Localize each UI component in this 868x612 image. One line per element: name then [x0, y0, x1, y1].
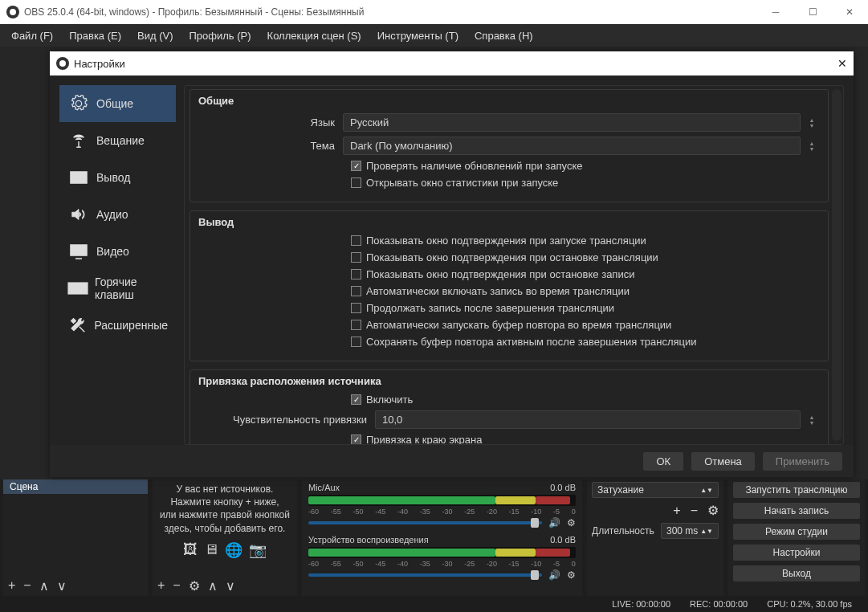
- start-record-button[interactable]: Начать запись: [733, 503, 860, 519]
- remove-scene-button[interactable]: −: [23, 578, 31, 593]
- source-up-button[interactable]: ∧: [208, 578, 218, 594]
- ok-button[interactable]: ОК: [643, 452, 683, 471]
- confirm-start-stream-checkbox[interactable]: [351, 235, 361, 246]
- meter-ticks: -60-55-50-45-40-35-30-25-20-15-10-50: [308, 508, 576, 516]
- meter-ticks: -60-55-50-45-40-35-30-25-20-15-10-50: [308, 560, 576, 568]
- group-general: Общие Язык Русский ▲▼ Тема Dark (По умол…: [189, 89, 829, 202]
- menu-edit[interactable]: Правка (E): [61, 27, 129, 45]
- remove-transition-button[interactable]: −: [691, 504, 698, 518]
- no-sources-message: У вас нет источников. Нажмите кнопку + н…: [153, 479, 297, 538]
- window-titlebar: OBS 25.0.4 (64-bit, windows) - Профиль: …: [0, 0, 868, 24]
- auto-replay-buffer-checkbox[interactable]: [351, 320, 361, 330]
- output-icon: [67, 166, 90, 189]
- obs-logo-icon: [6, 6, 19, 18]
- nav-stream[interactable]: Вещание: [59, 122, 176, 159]
- vu-meter: [308, 547, 576, 558]
- scene-down-button[interactable]: ∨: [57, 578, 67, 594]
- source-settings-button[interactable]: ⚙: [189, 578, 200, 594]
- snap-edge-checkbox[interactable]: [351, 435, 361, 445]
- lang-select[interactable]: Русский: [343, 113, 801, 132]
- track-settings-button[interactable]: ⚙: [567, 569, 576, 581]
- duration-label: Длительность: [592, 525, 656, 537]
- add-source-button[interactable]: +: [157, 578, 165, 593]
- snap-sens-field[interactable]: 10,0: [375, 410, 801, 429]
- tools-icon: [67, 314, 88, 337]
- exit-button[interactable]: Выход: [733, 565, 860, 581]
- menu-view[interactable]: Вид (V): [129, 27, 181, 45]
- transition-settings-button[interactable]: ⚙: [707, 503, 719, 518]
- check-label: Проверять наличие обновлений при запуске: [366, 160, 583, 172]
- theme-select[interactable]: Dark (По умолчанию): [343, 137, 801, 155]
- track-settings-button[interactable]: ⚙: [567, 517, 576, 528]
- check-label: Сохранять буфер повтора активным после з…: [366, 336, 697, 348]
- close-button[interactable]: ✕: [831, 0, 868, 24]
- nav-video[interactable]: Видео: [59, 233, 176, 270]
- group-output: Вывод Показывать окно подтверждения при …: [189, 210, 829, 361]
- speaker-icon: [67, 203, 90, 226]
- source-down-button[interactable]: ∨: [226, 578, 235, 594]
- duration-field[interactable]: 300 ms▲▼: [661, 523, 719, 539]
- dialog-footer: ОК Отмена Применить: [50, 445, 854, 477]
- source-type-icons: 🖼 🖥 🌐 📷: [153, 541, 297, 559]
- nav-general[interactable]: Общие: [59, 85, 176, 122]
- menu-tools[interactable]: Инструменты (T): [369, 27, 467, 45]
- open-stats-checkbox[interactable]: [351, 177, 361, 188]
- track-name: Mic/Aux: [308, 483, 340, 492]
- select-spinner-icon[interactable]: ▲▼: [804, 117, 820, 129]
- camera-icon: 📷: [249, 541, 267, 559]
- minimize-button[interactable]: ─: [757, 0, 794, 24]
- check-label: Показывать окно подтверждения при запуск…: [366, 235, 646, 247]
- apply-button[interactable]: Применить: [763, 452, 842, 471]
- keep-recording-checkbox[interactable]: [351, 303, 361, 313]
- start-stream-button[interactable]: Запустить трансляцию: [733, 482, 860, 498]
- speaker-icon[interactable]: 🔊: [548, 517, 560, 528]
- scene-item[interactable]: Сцена: [3, 479, 148, 494]
- transition-select[interactable]: Затухание▲▼: [592, 482, 719, 498]
- sources-panel: У вас нет источников. Нажмите кнопку + н…: [153, 479, 297, 596]
- volume-slider[interactable]: [308, 521, 542, 524]
- menu-help[interactable]: Справка (H): [467, 27, 541, 45]
- spinner-icon[interactable]: ▲▼: [804, 414, 820, 426]
- nav-advanced[interactable]: Расширенные: [59, 307, 176, 344]
- menu-file[interactable]: Файл (F): [3, 27, 61, 45]
- keep-replay-buffer-checkbox[interactable]: [351, 337, 361, 347]
- auto-record-checkbox[interactable]: [351, 286, 361, 296]
- check-label: Включить: [366, 394, 413, 406]
- svg-rect-1: [71, 245, 87, 255]
- nav-output[interactable]: Вывод: [59, 159, 176, 196]
- volume-slider[interactable]: [308, 573, 542, 577]
- nav-hotkeys[interactable]: Горячие клавиш: [59, 270, 176, 307]
- confirm-stop-stream-checkbox[interactable]: [351, 252, 361, 263]
- cancel-button[interactable]: Отмена: [691, 452, 755, 471]
- check-updates-checkbox[interactable]: [351, 161, 361, 171]
- confirm-stop-record-checkbox[interactable]: [351, 269, 361, 279]
- add-transition-button[interactable]: +: [673, 504, 680, 518]
- status-bar: LIVE: 00:00:00 REC: 00:00:00 CPU: 0.2%, …: [0, 596, 868, 612]
- menu-profile[interactable]: Профиль (P): [181, 27, 259, 45]
- settings-content: Общие Язык Русский ▲▼ Тема Dark (По умол…: [184, 85, 844, 445]
- dialog-title-text: Настройки: [74, 58, 125, 70]
- audio-mixer-panel: Mic/Aux0.0 dB -60-55-50-45-40-35-30-25-2…: [302, 479, 582, 596]
- scrollbar[interactable]: [832, 89, 842, 441]
- scene-up-button[interactable]: ∧: [39, 578, 49, 594]
- maximize-button[interactable]: ☐: [794, 0, 831, 24]
- add-scene-button[interactable]: +: [8, 578, 15, 593]
- track-name: Устройство воспроизведения: [308, 535, 429, 545]
- remove-source-button[interactable]: −: [173, 578, 180, 593]
- transitions-panel: Затухание▲▼ + − ⚙ Длительность 300 ms▲▼: [587, 479, 723, 596]
- settings-dialog: Настройки ✕ Общие Вещание Вывод Аудио: [50, 51, 854, 477]
- select-spinner-icon[interactable]: ▲▼: [804, 141, 820, 152]
- mixer-track: Устройство воспроизведения0.0 dB -60-55-…: [302, 532, 582, 584]
- nav-audio[interactable]: Аудио: [59, 196, 176, 233]
- status-rec: REC: 00:00:00: [690, 599, 748, 609]
- dialog-close-button[interactable]: ✕: [837, 57, 847, 70]
- speaker-icon[interactable]: 🔊: [548, 569, 560, 581]
- menu-scene-collection[interactable]: Коллекция сцен (S): [259, 27, 369, 45]
- check-label: Показывать окно подтверждения при остано…: [366, 251, 658, 263]
- bottom-panels: Сцена + − ∧ ∨ У вас нет источников. Нажм…: [0, 479, 868, 596]
- enable-snap-checkbox[interactable]: [351, 394, 361, 405]
- mixer-track: Mic/Aux0.0 dB -60-55-50-45-40-35-30-25-2…: [302, 479, 582, 532]
- globe-icon: 🌐: [225, 541, 242, 559]
- studio-mode-button[interactable]: Режим студии: [733, 524, 860, 540]
- settings-button[interactable]: Настройки: [733, 545, 860, 561]
